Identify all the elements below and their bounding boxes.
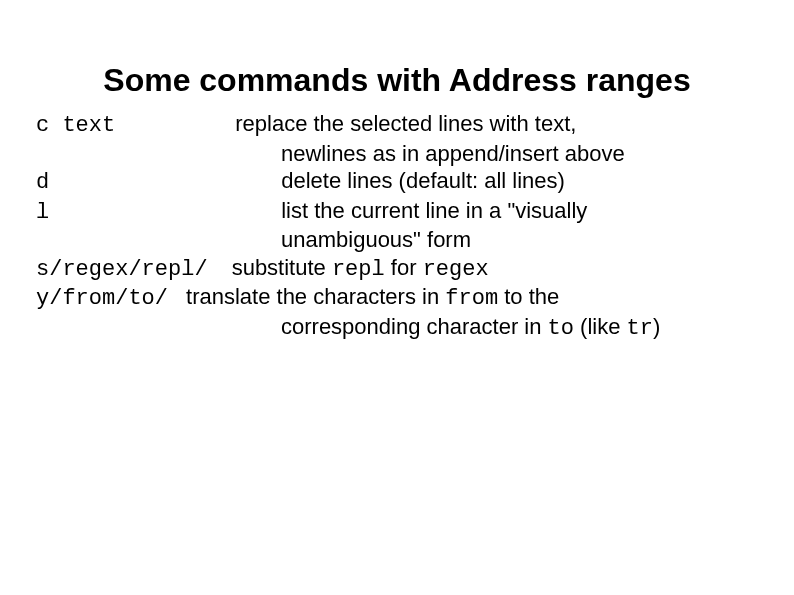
desc-y2-to: to xyxy=(548,316,574,341)
desc-l-line1: list the current line in a "visually xyxy=(281,198,587,223)
command-row-d: ddelete lines (default: all lines) xyxy=(36,167,758,197)
command-row-s: s/regex/repl/substitute repl for regex xyxy=(36,254,758,284)
desc-s-pre: substitute xyxy=(232,255,332,280)
command-l: l xyxy=(36,200,49,225)
command-y: y/from/to/ xyxy=(36,286,168,311)
command-row-l-cont: unambiguous" form xyxy=(36,226,758,254)
command-row-l: llist the current line in a "visually xyxy=(36,197,758,227)
desc-y2-mid: (like xyxy=(574,314,627,339)
command-d: d xyxy=(36,170,49,195)
desc-y-from: from xyxy=(445,286,498,311)
desc-y2-pre: corresponding character in xyxy=(281,314,548,339)
command-row-c-cont: newlines as in append/insert above xyxy=(36,140,758,168)
desc-d: delete lines (default: all lines) xyxy=(281,168,565,193)
content-area: c textreplace the selected lines with te… xyxy=(36,110,758,342)
desc-y2-tr: tr xyxy=(627,316,653,341)
desc-s-mid: for xyxy=(385,255,423,280)
command-c: c text xyxy=(36,113,115,138)
desc-y-mid: to the xyxy=(498,284,559,309)
command-row-y-cont: corresponding character in to (like tr) xyxy=(36,313,758,343)
command-row-c: c textreplace the selected lines with te… xyxy=(36,110,758,140)
desc-c-line2: newlines as in append/insert above xyxy=(281,141,625,166)
desc-s-regex: regex xyxy=(423,257,489,282)
slide-title: Some commands with Address ranges xyxy=(0,62,794,99)
desc-y2-end: ) xyxy=(653,314,660,339)
command-s: s/regex/repl/ xyxy=(36,257,208,282)
desc-l-line2: unambiguous" form xyxy=(281,227,471,252)
desc-c-line1: replace the selected lines with text, xyxy=(235,111,576,136)
desc-y-pre: translate the characters in xyxy=(186,284,445,309)
command-row-y: y/from/to/translate the characters in fr… xyxy=(36,283,758,313)
slide: Some commands with Address ranges c text… xyxy=(0,0,794,595)
desc-s-repl: repl xyxy=(332,257,385,282)
